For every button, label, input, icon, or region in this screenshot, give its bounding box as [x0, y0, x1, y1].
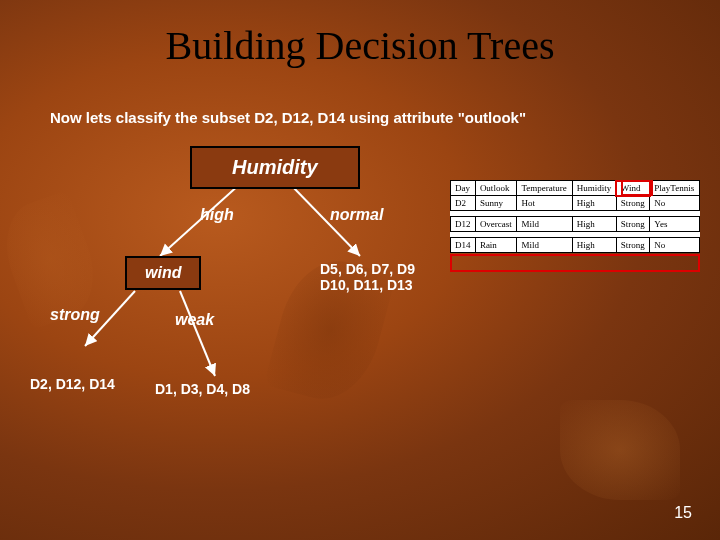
slide-number: 15	[674, 504, 692, 522]
svg-line-3	[180, 291, 215, 376]
table-header: Humidity	[572, 181, 616, 196]
table-cell: Hot	[517, 196, 572, 211]
table-row: D14RainMildHighStrongNo	[451, 238, 700, 253]
last-row-highlight	[450, 254, 700, 272]
slide-title: Building Decision Trees	[0, 0, 720, 69]
node-wind: wind	[125, 256, 201, 290]
data-table: DayOutlookTemperatureHumidityWindPlayTen…	[450, 180, 700, 253]
leaf-normal-line2: D10, D11, D13	[320, 277, 415, 293]
table-cell: Rain	[475, 238, 517, 253]
table-header-row: DayOutlookTemperatureHumidityWindPlayTen…	[451, 181, 700, 196]
table-cell: High	[572, 238, 616, 253]
table-header: Outlook	[475, 181, 517, 196]
table-cell: Strong	[616, 217, 650, 232]
table-cell: D2	[451, 196, 476, 211]
table-cell: Yes	[650, 217, 700, 232]
table-cell: No	[650, 238, 700, 253]
leaf-strong: D2, D12, D14	[30, 376, 115, 392]
subtitle-attr: "outlook"	[458, 109, 526, 126]
table-header: Wind	[616, 181, 650, 196]
edge-high: high	[200, 206, 234, 224]
table-header: PlayTennis	[650, 181, 700, 196]
table-header: Day	[451, 181, 476, 196]
table-header: Temperature	[517, 181, 572, 196]
table-cell: Overcast	[475, 217, 517, 232]
table-cell: Sunny	[475, 196, 517, 211]
leaf-weak: D1, D3, D4, D8	[155, 381, 250, 397]
table-cell: Strong	[616, 238, 650, 253]
edge-weak: weak	[175, 311, 214, 329]
table-cell: D14	[451, 238, 476, 253]
table-cell: Mild	[517, 238, 572, 253]
table-cell: High	[572, 196, 616, 211]
table-cell: Strong	[616, 196, 650, 211]
table-body: D2SunnyHotHighStrongNoD12OvercastMildHig…	[451, 196, 700, 253]
node-humidity: Humidity	[190, 146, 360, 189]
table-row: D12OvercastMildHighStrongYes	[451, 217, 700, 232]
edge-normal: normal	[330, 206, 383, 224]
decision-tree: Humidity high normal D5, D6, D7, D9 D10,…	[30, 146, 450, 466]
table-cell: High	[572, 217, 616, 232]
table-cell: D12	[451, 217, 476, 232]
table-cell: No	[650, 196, 700, 211]
leaf-normal: D5, D6, D7, D9 D10, D11, D13	[320, 261, 415, 293]
subtitle-text: Now lets classify the subset D2, D12, D1…	[50, 109, 458, 126]
table-row: D2SunnyHotHighStrongNo	[451, 196, 700, 211]
table-cell: Mild	[517, 217, 572, 232]
edge-strong: strong	[50, 306, 100, 324]
leaf-normal-line1: D5, D6, D7, D9	[320, 261, 415, 277]
slide-subtitle: Now lets classify the subset D2, D12, D1…	[50, 109, 720, 126]
